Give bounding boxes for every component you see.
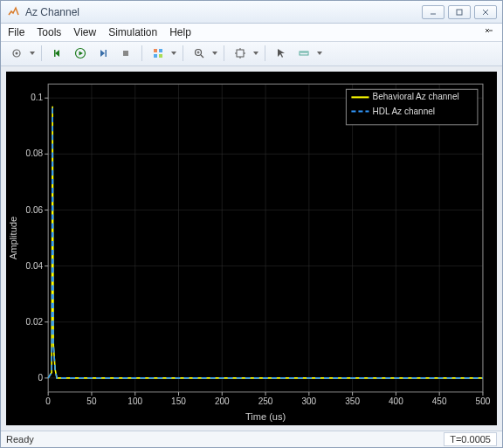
svg-rect-12: [154, 54, 157, 58]
highlight-dropdown-icon[interactable]: [170, 52, 177, 55]
zoom-dropdown-icon[interactable]: [211, 52, 218, 55]
run-button[interactable]: [70, 44, 91, 63]
svg-text:100: 100: [127, 396, 142, 406]
status-ready: Ready: [6, 434, 34, 445]
step-back-button[interactable]: [47, 44, 68, 63]
svg-rect-11: [159, 49, 162, 52]
svg-text:0.1: 0.1: [31, 93, 43, 102]
svg-text:Time (us): Time (us): [245, 411, 286, 422]
svg-point-5: [16, 52, 18, 55]
svg-text:400: 400: [389, 396, 403, 406]
status-bar: Ready T=0.0005: [1, 431, 502, 447]
svg-text:0.06: 0.06: [26, 204, 44, 214]
menu-view[interactable]: View: [73, 26, 96, 38]
window-title: Az Channel: [25, 6, 422, 18]
menu-help[interactable]: Help: [169, 26, 191, 38]
autoscale-button[interactable]: [230, 44, 251, 63]
svg-text:450: 450: [432, 396, 447, 406]
svg-text:0: 0: [45, 396, 51, 406]
svg-text:50: 50: [86, 396, 97, 406]
svg-text:300: 300: [301, 396, 316, 406]
maximize-button[interactable]: [448, 5, 471, 19]
close-button[interactable]: [474, 5, 497, 19]
menu-simulation[interactable]: Simulation: [108, 26, 157, 38]
status-time: T=0.0005: [444, 432, 497, 446]
menu-file[interactable]: File: [8, 26, 24, 38]
svg-text:0.02: 0.02: [26, 317, 44, 327]
svg-text:Amplitude: Amplitude: [8, 217, 18, 260]
toolbar: [1, 42, 502, 66]
svg-line-15: [201, 55, 203, 58]
measure-dropdown-icon[interactable]: [316, 52, 323, 55]
autoscale-dropdown-icon[interactable]: [252, 52, 259, 55]
svg-text:250: 250: [258, 396, 273, 406]
svg-text:200: 200: [215, 396, 230, 406]
matlab-icon: [6, 5, 20, 19]
svg-text:0.08: 0.08: [26, 148, 44, 158]
chart-plot[interactable]: 05010015020025030035040045050000.020.040…: [6, 72, 497, 425]
title-bar: Az Channel: [1, 1, 502, 24]
svg-text:350: 350: [345, 396, 360, 406]
svg-text:500: 500: [476, 396, 491, 406]
svg-text:0.04: 0.04: [26, 260, 44, 270]
menu-bar: File Tools View Simulation Help: [1, 24, 502, 42]
svg-text:HDL Az channel: HDL Az channel: [372, 106, 435, 115]
highlight-button[interactable]: [148, 44, 169, 63]
dock-icon[interactable]: [483, 26, 495, 38]
zoom-button[interactable]: [189, 44, 210, 63]
svg-text:0: 0: [38, 373, 44, 383]
stop-button[interactable]: [115, 44, 136, 63]
svg-rect-6: [54, 50, 56, 57]
minimize-button[interactable]: [422, 5, 444, 19]
svg-rect-9: [123, 51, 128, 56]
settings-dropdown-icon[interactable]: [29, 52, 36, 55]
menu-tools[interactable]: Tools: [37, 26, 61, 38]
settings-button[interactable]: [6, 44, 27, 63]
svg-rect-1: [457, 10, 462, 15]
svg-text:150: 150: [171, 396, 186, 406]
measure-button[interactable]: [293, 44, 314, 63]
svg-rect-8: [106, 50, 107, 57]
svg-text:Behavioral Az channel: Behavioral Az channel: [372, 92, 458, 101]
svg-rect-10: [154, 49, 157, 52]
svg-rect-13: [159, 54, 162, 58]
chart-container: 05010015020025030035040045050000.020.040…: [1, 66, 502, 431]
svg-rect-18: [237, 50, 244, 57]
cursor-button[interactable]: [271, 44, 292, 63]
step-forward-button[interactable]: [93, 44, 114, 63]
